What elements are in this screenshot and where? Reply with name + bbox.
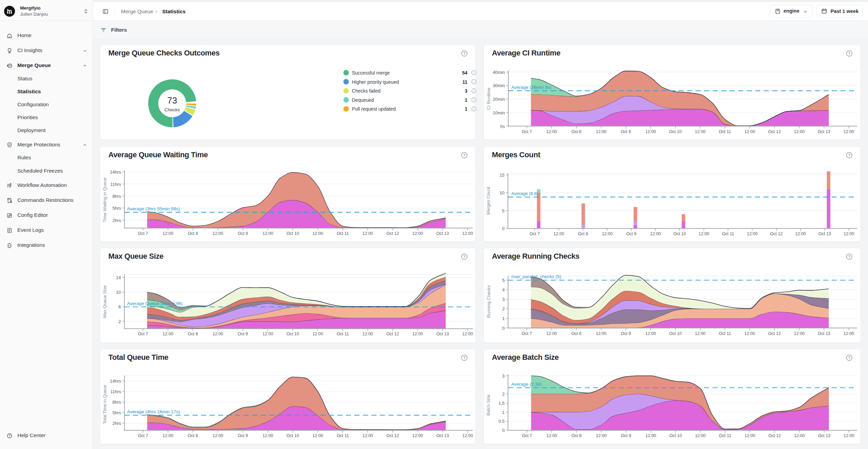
svg-text:Checks failed: Checks failed (352, 88, 381, 94)
svg-text:Oct 10: Oct 10 (286, 231, 299, 236)
svg-text:12:00: 12:00 (462, 231, 473, 236)
svg-text:Average (26min 9s): Average (26min 9s) (511, 85, 552, 90)
svg-text:Oct 7: Oct 7 (522, 433, 532, 438)
svg-text:14hrs: 14hrs (110, 379, 121, 384)
svg-text:Oct 8: Oct 8 (571, 129, 582, 134)
svg-text:Average (3hrs 55min 59s): Average (3hrs 55min 59s) (127, 206, 180, 211)
svg-text:Running Checks: Running Checks (486, 285, 491, 318)
svg-text:54: 54 (462, 70, 467, 76)
svg-text:Oct 13: Oct 13 (818, 331, 830, 336)
svg-text:12:00: 12:00 (412, 231, 423, 236)
svg-text:Oct 11: Oct 11 (337, 332, 349, 336)
svg-text:Oct 11: Oct 11 (722, 231, 734, 236)
svg-text:12:00: 12:00 (546, 433, 557, 438)
svg-text:Higher priority queued: Higher priority queued (352, 79, 399, 85)
svg-text:0s: 0s (500, 124, 505, 129)
svg-text:CI Runtime: CI Runtime (486, 87, 491, 110)
svg-text:12:00: 12:00 (546, 331, 557, 336)
svg-text:11: 11 (462, 79, 467, 85)
svg-text:12:00: 12:00 (794, 129, 805, 134)
svg-text:12:00: 12:00 (462, 332, 473, 336)
svg-text:12:00: 12:00 (312, 332, 323, 336)
svg-text:Average (2.34): Average (2.34) (511, 382, 542, 387)
svg-text:Oct 12: Oct 12 (386, 433, 399, 438)
svg-text:8hrs: 8hrs (112, 400, 121, 405)
svg-text:12:00: 12:00 (162, 332, 173, 336)
svg-text:12:00: 12:00 (362, 231, 373, 236)
svg-text:Oct 10: Oct 10 (286, 332, 299, 336)
svg-text:Oct 8: Oct 8 (188, 433, 198, 438)
svg-text:2: 2 (502, 391, 505, 397)
svg-text:Oct 8: Oct 8 (188, 231, 198, 236)
svg-text:40min: 40min (493, 70, 505, 75)
svg-text:12:00: 12:00 (843, 331, 854, 336)
svg-text:12:00: 12:00 (213, 332, 223, 336)
svg-text:Oct 9: Oct 9 (621, 331, 631, 336)
svg-text:Oct 8: Oct 8 (188, 332, 198, 336)
svg-text:Oct 12: Oct 12 (770, 231, 783, 236)
svg-text:15: 15 (500, 173, 505, 178)
svg-text:1: 1 (502, 410, 505, 415)
svg-text:Oct 11: Oct 11 (719, 331, 731, 336)
svg-text:12:00: 12:00 (695, 129, 706, 134)
svg-text:Oct 10: Oct 10 (669, 129, 682, 134)
svg-text:12:00: 12:00 (263, 433, 273, 438)
svg-text:14: 14 (116, 275, 121, 280)
svg-text:i: i (474, 89, 474, 93)
svg-text:12:00: 12:00 (645, 129, 656, 134)
svg-text:12:00: 12:00 (795, 231, 806, 236)
svg-text:14hrs: 14hrs (110, 170, 121, 175)
svg-text:Oct 13: Oct 13 (818, 231, 831, 236)
svg-text:Oct 7: Oct 7 (138, 231, 148, 236)
svg-text:6: 6 (119, 304, 121, 309)
svg-text:12:00: 12:00 (843, 129, 854, 134)
svg-text:Oct 7: Oct 7 (522, 331, 532, 336)
svg-text:12:00: 12:00 (312, 231, 323, 236)
svg-text:Oct 13: Oct 13 (818, 433, 831, 438)
svg-text:Oct 12: Oct 12 (768, 129, 781, 134)
svg-text:2hrs: 2hrs (112, 421, 121, 426)
svg-text:Oct 7: Oct 7 (530, 231, 540, 236)
svg-text:0: 0 (502, 226, 505, 231)
svg-text:Average (8.8): Average (8.8) (511, 191, 538, 196)
svg-text:Oct 10: Oct 10 (669, 331, 682, 336)
svg-text:12:00: 12:00 (794, 331, 805, 336)
svg-text:12:00: 12:00 (162, 231, 173, 236)
svg-text:Oct 12: Oct 12 (386, 231, 399, 236)
svg-text:12:00: 12:00 (650, 231, 661, 236)
svg-text:Pull request updated: Pull request updated (352, 106, 396, 112)
svg-text:Oct 7: Oct 7 (138, 332, 148, 336)
svg-text:12:00: 12:00 (213, 433, 223, 438)
svg-text:2: 2 (502, 306, 505, 311)
svg-text:0.5: 0.5 (498, 419, 505, 424)
svg-text:Oct 11: Oct 11 (719, 129, 731, 134)
svg-text:i: i (474, 80, 474, 84)
svg-text:1.5: 1.5 (498, 401, 505, 406)
svg-text:Oct 7: Oct 7 (522, 129, 532, 134)
svg-text:8hrs: 8hrs (112, 194, 121, 199)
svg-text:Oct 13: Oct 13 (436, 231, 449, 236)
svg-text:Merges Count: Merges Count (486, 187, 491, 215)
svg-text:5hrs: 5hrs (112, 206, 121, 211)
svg-text:5: 5 (502, 278, 505, 283)
svg-text:12:00: 12:00 (162, 433, 173, 438)
svg-text:Oct 12: Oct 12 (386, 332, 399, 336)
svg-text:12:00: 12:00 (747, 231, 757, 236)
svg-text:20min: 20min (493, 97, 505, 102)
svg-text:12:00: 12:00 (646, 433, 656, 438)
svg-text:12:00: 12:00 (263, 231, 273, 236)
svg-text:12:00: 12:00 (744, 331, 755, 336)
svg-text:12:00: 12:00 (412, 433, 423, 438)
svg-text:2: 2 (119, 319, 121, 324)
svg-text:12:00: 12:00 (596, 129, 606, 134)
svg-text:Oct 13: Oct 13 (818, 129, 830, 134)
svg-text:12:00: 12:00 (745, 433, 755, 438)
svg-text:1: 1 (465, 97, 467, 103)
svg-text:12:00: 12:00 (213, 231, 223, 236)
svg-text:i: i (474, 71, 474, 75)
svg-text:i: i (474, 107, 474, 111)
svg-text:4: 4 (502, 287, 505, 292)
svg-text:Oct 9: Oct 9 (621, 433, 631, 438)
svg-text:i: i (474, 98, 474, 102)
svg-text:12:00: 12:00 (843, 433, 854, 438)
